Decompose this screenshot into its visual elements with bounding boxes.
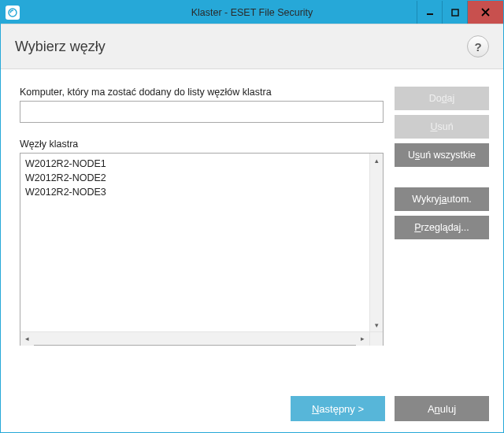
- nodes-listbox-content[interactable]: W2012R2-NODE1 W2012R2-NODE2 W2012R2-NODE…: [20, 154, 369, 331]
- maximize-button[interactable]: [442, 1, 467, 24]
- svg-rect-2: [452, 9, 458, 16]
- window-root: Klaster - ESET File Security Wybierz węz…: [0, 0, 504, 433]
- close-button[interactable]: [467, 1, 503, 24]
- autodetect-button[interactable]: Wykryj autom.: [395, 187, 489, 211]
- content-area: Komputer, który ma zostać dodany do list…: [1, 69, 503, 385]
- computer-label: Komputer, który ma zostać dodany do list…: [20, 87, 384, 98]
- scroll-left-icon[interactable]: ◂: [20, 332, 34, 346]
- list-item[interactable]: W2012R2-NODE1: [25, 157, 365, 171]
- header-band: Wybierz węzły ?: [1, 24, 503, 69]
- app-icon: [6, 6, 20, 20]
- nodes-listbox[interactable]: W2012R2-NODE1 W2012R2-NODE2 W2012R2-NODE…: [20, 153, 384, 346]
- scroll-up-icon[interactable]: ▴: [370, 154, 384, 167]
- help-button[interactable]: ?: [467, 35, 489, 57]
- minimize-button[interactable]: [417, 1, 442, 24]
- scroll-corner: [369, 332, 383, 346]
- browse-button[interactable]: Przeglądaj...: [395, 216, 489, 239]
- vertical-scrollbar[interactable]: ▴ ▾: [369, 154, 383, 331]
- left-column: Komputer, który ma zostać dodany do list…: [20, 87, 384, 377]
- computer-input[interactable]: [20, 101, 384, 123]
- remove-button: Usuń: [395, 115, 489, 139]
- window-controls: [417, 1, 503, 24]
- add-button: Dodaj: [395, 87, 489, 110]
- next-button[interactable]: Następny >: [291, 396, 385, 421]
- horizontal-scrollbar[interactable]: ◂ ▸: [20, 331, 383, 345]
- nodes-label: Węzły klastra: [20, 139, 384, 150]
- remove-all-button[interactable]: Usuń wszystkie: [395, 143, 489, 167]
- titlebar[interactable]: Klaster - ESET File Security: [1, 1, 503, 24]
- list-item[interactable]: W2012R2-NODE2: [25, 171, 365, 185]
- page-title: Wybierz węzły: [15, 39, 106, 55]
- list-item[interactable]: W2012R2-NODE3: [25, 185, 365, 199]
- footer: Następny > Anuluj: [1, 385, 503, 432]
- scroll-right-icon[interactable]: ▸: [356, 332, 369, 346]
- scroll-down-icon[interactable]: ▾: [370, 318, 384, 331]
- cancel-button[interactable]: Anuluj: [395, 396, 489, 421]
- right-column: Dodaj Usuń Usuń wszystkie Wykryj autom. …: [395, 87, 489, 377]
